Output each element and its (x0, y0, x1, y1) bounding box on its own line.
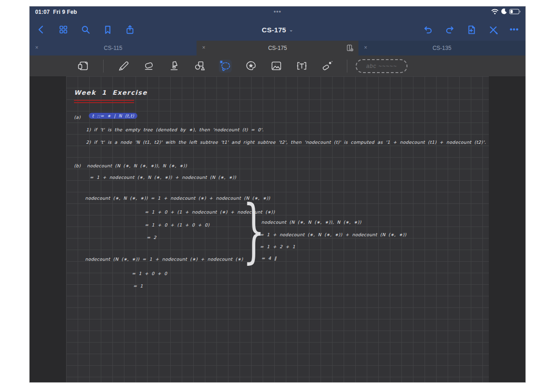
eraser-icon[interactable] (142, 60, 155, 73)
highlighted-formula: t ::= ∗ | N (t,t) (89, 113, 137, 119)
calc1-line4: = 2 (147, 235, 156, 240)
result-line4: = 4 ∥ (261, 256, 277, 261)
sticker-star-icon[interactable] (244, 60, 257, 73)
calc2-line2: = 1 + 0 + 0 (132, 271, 167, 276)
text-box-icon[interactable] (295, 60, 308, 73)
tab-label: CS-175 (268, 45, 287, 51)
tab-cs-135[interactable]: × CS-135 (358, 41, 525, 55)
note-canvas[interactable]: Week 1 Exercise (a) t ::= ∗ | N (t,t) 1)… (30, 76, 525, 382)
part-a-label: (a) (74, 115, 80, 120)
image-icon[interactable] (270, 60, 283, 73)
tools-toolbar: abc ~~~~~ (30, 55, 525, 76)
undo-button[interactable] (423, 24, 433, 35)
part-b-line2: = 1 + nodecount (∗, N (∗, ∗)) + nodecoun… (90, 175, 236, 180)
calc1-line3: = 1 + 0 + (1 + 0 + 0) (145, 222, 210, 227)
tab-label: CS-115 (104, 45, 123, 51)
more-button[interactable]: ••• (510, 25, 519, 34)
shapes-icon[interactable] (193, 60, 206, 73)
status-bar: 01:07 Fri 9 Feb ••• (30, 6, 525, 18)
pen-icon[interactable] (117, 60, 130, 73)
wifi-icon (491, 9, 499, 16)
result-line3: = 1 + 2 + 1 (260, 244, 296, 249)
grid-paper[interactable]: Week 1 Exercise (a) t ::= ∗ | N (t,t) 1)… (66, 76, 489, 382)
close-tab-icon[interactable]: × (35, 44, 38, 51)
close-tab-icon[interactable]: × (202, 44, 205, 51)
toolbar-divider (103, 60, 104, 73)
tab-label: CS-135 (432, 45, 451, 51)
pen-mode-toggle-button[interactable] (488, 24, 499, 35)
red-underline (74, 100, 134, 101)
part-b-line1: nodecount (N (∗, N (∗, ∗)), N (∗, ∗)) (87, 163, 187, 168)
calc2-line1: nodecount (N (∗, ∗)) = 1 + nodecount (∗)… (85, 257, 243, 262)
redo-button[interactable] (444, 24, 455, 35)
side-by-side-page-icon[interactable] (346, 44, 354, 54)
part-b-label: (b) (74, 163, 81, 168)
red-underline (74, 102, 134, 103)
laser-pointer-icon[interactable] (321, 60, 333, 73)
tab-bar: × CS-115 × CS-175 × CS-135 (30, 41, 525, 55)
highlighter-icon[interactable] (168, 60, 181, 73)
navigation-bar: CS-175 ⌄ ••• (30, 18, 525, 41)
app-window: 01:07 Fri 9 Feb ••• CS-175 ⌄ ••• (30, 6, 525, 382)
calc2-line3: = 1 (133, 283, 143, 288)
scribble-input-hint[interactable]: abc ~~~~~ (356, 59, 407, 73)
note-title-handwriting: Week 1 Exercise (74, 89, 148, 96)
toolbar-divider (347, 60, 347, 73)
moon-icon (501, 8, 507, 16)
tab-cs-175-active[interactable]: × CS-175 (197, 41, 358, 55)
result-line1: nodecount (N (∗, N (∗, ∗)), N (∗, ∗)) (261, 220, 361, 225)
notebook-title: CS-175 (262, 26, 286, 34)
lasso-icon[interactable] (219, 60, 232, 73)
part-a-line1: 1) if 't' is the empty tree (denoted by … (86, 127, 264, 132)
close-tab-icon[interactable]: × (364, 44, 367, 51)
add-page-button[interactable] (466, 24, 477, 35)
part-a-line2: 2) if 't' is a node 'N (t1, t2)' with th… (86, 140, 486, 145)
chevron-down-icon: ⌄ (289, 27, 293, 33)
result-line2: = 1 + nodecount (∗, N (∗, ∗)) + nodecoun… (260, 232, 407, 237)
status-indicator-dots: ••• (30, 8, 525, 15)
tab-cs-115[interactable]: × CS-115 (30, 41, 197, 55)
page-template-icon[interactable] (77, 60, 90, 73)
battery-icon (509, 9, 521, 16)
